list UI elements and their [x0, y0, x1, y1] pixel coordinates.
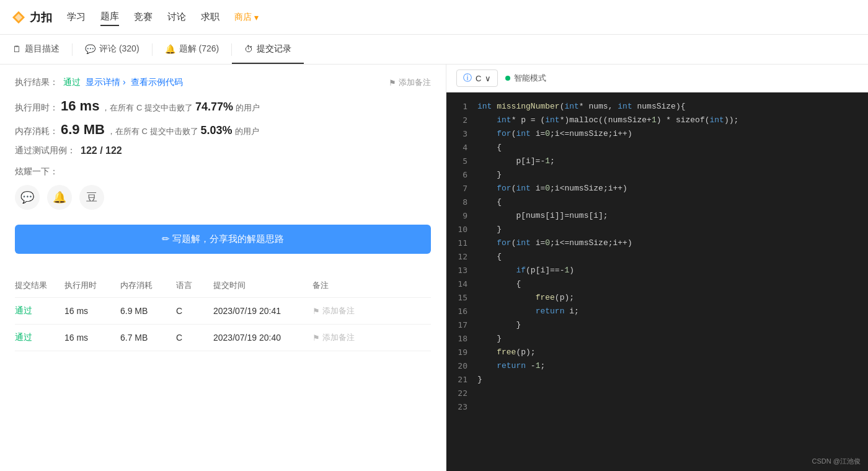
- flag-icon-row1: ⚑: [312, 307, 320, 316]
- line-number: 12: [446, 250, 477, 264]
- chevron-down-icon: ▾: [254, 12, 259, 22]
- execution-result-row: 执行结果： 通过 显示详情 › 查看示例代码 ⚑ 添加备注: [15, 77, 431, 88]
- write-solution-button[interactable]: ✏ 写题解，分享我的解题思路: [15, 225, 431, 254]
- mem-value: 6.9 MB: [61, 122, 105, 138]
- info-icon: ⓘ: [463, 73, 472, 84]
- test-label: 通过测试用例：: [15, 145, 76, 156]
- code-line: {: [477, 250, 868, 264]
- add-note-link-row1[interactable]: ⚑ 添加备注: [312, 305, 431, 316]
- col-header-note: 备注: [312, 280, 431, 291]
- line-number: 7: [446, 182, 477, 195]
- mem-percent: 5.03%: [201, 124, 232, 137]
- chevron-lang-icon: ∨: [485, 74, 491, 83]
- row2-note: ⚑ 添加备注: [312, 332, 431, 343]
- row1-result: 通过: [15, 305, 64, 316]
- line-number: 14: [446, 277, 477, 291]
- code-line: {: [477, 195, 868, 209]
- bell-share-icon: 🔔: [53, 191, 66, 204]
- line-number: 17: [446, 318, 477, 332]
- table-row: 通过 16 ms 6.9 MB C 2023/07/19 20:41 ⚑ 添加备…: [15, 298, 431, 325]
- mem-suffix: 的用户: [235, 126, 259, 137]
- code-line: }: [477, 223, 868, 236]
- add-note-button-top[interactable]: ⚑ 添加备注: [389, 77, 431, 88]
- flag-icon: ⚑: [389, 78, 396, 87]
- line-number: 18: [446, 332, 477, 346]
- nav-contest[interactable]: 竞赛: [134, 9, 153, 25]
- code-line: }: [477, 332, 868, 346]
- code-editor: 1234567891011121314151617181920212223 in…: [446, 92, 868, 471]
- wechat-share-button[interactable]: 💬: [15, 185, 40, 210]
- exec-time-row: 执行用时： 16 ms ，在所有 C 提交中击败了 74.77% 的用户: [15, 98, 431, 114]
- code-line: int missingNumber(int* nums, int numsSiz…: [477, 100, 868, 114]
- ai-mode-dot: [505, 76, 510, 81]
- bell-icon: 🔔: [165, 44, 175, 54]
- douban-share-button[interactable]: 豆: [79, 185, 104, 210]
- logo[interactable]: 力扣: [10, 9, 52, 26]
- document-icon: 🗒: [12, 44, 21, 54]
- tab-submissions[interactable]: ⏱ 提交记录: [232, 35, 304, 64]
- row2-mem: 6.7 MB: [120, 333, 176, 343]
- code-line: {: [477, 277, 868, 291]
- row2-lang: C: [176, 333, 213, 343]
- line-number: 22: [446, 387, 477, 400]
- mem-desc: ，在所有 C 提交中击败了: [107, 126, 198, 137]
- show-detail-link[interactable]: 显示详情 ›: [86, 77, 126, 88]
- nav-store[interactable]: 商店 ▾: [234, 12, 259, 23]
- tab-comments[interactable]: 💬 评论 (320): [73, 35, 152, 64]
- test-value: 122 / 122: [81, 145, 122, 156]
- line-number: 16: [446, 305, 477, 318]
- line-number: 2: [446, 114, 477, 127]
- line-number: 19: [446, 346, 477, 359]
- row1-lang: C: [176, 306, 213, 316]
- tab-solutions[interactable]: 🔔 题解 (726): [153, 35, 232, 64]
- watermark: CSDN @江池俊: [812, 457, 861, 466]
- language-selector[interactable]: ⓘ C ∨: [456, 70, 498, 87]
- code-line: p[i]=-1;: [477, 155, 868, 168]
- code-line: return i;: [477, 305, 868, 318]
- ai-mode-toggle[interactable]: 智能模式: [505, 73, 546, 84]
- line-number: 1: [446, 100, 477, 114]
- mem-label: 内存消耗：: [15, 126, 58, 137]
- code-line: free(p);: [477, 291, 868, 305]
- code-toolbar: ⓘ C ∨ 智能模式: [446, 65, 868, 92]
- line-number: 10: [446, 223, 477, 236]
- code-line: return -1;: [477, 359, 868, 373]
- code-line: {: [477, 141, 868, 155]
- nav-jobs[interactable]: 求职: [201, 9, 219, 25]
- table-row: 通过 16 ms 6.7 MB C 2023/07/19 20:40 ⚑ 添加备…: [15, 325, 431, 351]
- line-number: 21: [446, 373, 477, 387]
- notification-share-button[interactable]: 🔔: [47, 185, 72, 210]
- col-header-result: 提交结果: [15, 280, 64, 291]
- code-line: }: [477, 373, 868, 387]
- pass-badge: 通过: [63, 77, 81, 88]
- tab-description[interactable]: 🗒 题目描述: [0, 35, 72, 64]
- comment-icon: 💬: [85, 44, 95, 54]
- nav-discuss[interactable]: 讨论: [167, 9, 186, 25]
- row1-mem: 6.9 MB: [120, 306, 176, 316]
- code-content: int missingNumber(int* nums, int numsSiz…: [477, 92, 868, 471]
- code-line: for(int i=0;i<=numsSize;i++): [477, 127, 868, 141]
- col-header-mem: 内存消耗: [120, 280, 176, 291]
- view-example-link[interactable]: 查看示例代码: [131, 77, 183, 88]
- exec-time-label: 执行用时：: [15, 102, 58, 114]
- code-line: if(p[i]==-1): [477, 264, 868, 277]
- row2-result: 通过: [15, 332, 64, 343]
- nav-learn[interactable]: 学习: [67, 9, 86, 25]
- col-header-lang: 语言: [176, 280, 213, 291]
- add-note-link-row2[interactable]: ⚑ 添加备注: [312, 332, 431, 343]
- code-line: for(int i=0;i<numsSize;i++): [477, 182, 868, 195]
- line-number: 5: [446, 155, 477, 168]
- nav-problems[interactable]: 题库: [100, 8, 119, 26]
- line-number: 23: [446, 400, 477, 414]
- wechat-icon: 💬: [20, 191, 34, 204]
- mem-row: 内存消耗： 6.9 MB ，在所有 C 提交中击败了 5.03% 的用户: [15, 122, 431, 138]
- flag-icon-row2: ⚑: [312, 333, 320, 343]
- row1-time: 16 ms: [64, 306, 120, 316]
- line-numbers: 1234567891011121314151617181920212223: [446, 92, 477, 471]
- code-line: free(p);: [477, 346, 868, 359]
- code-line: int* p = (int*)malloc((numsSize+1) * siz…: [477, 114, 868, 127]
- code-line: p[nums[i]]=nums[i];: [477, 209, 868, 223]
- line-number: 11: [446, 236, 477, 250]
- row2-time: 16 ms: [64, 333, 120, 343]
- code-line: }: [477, 318, 868, 332]
